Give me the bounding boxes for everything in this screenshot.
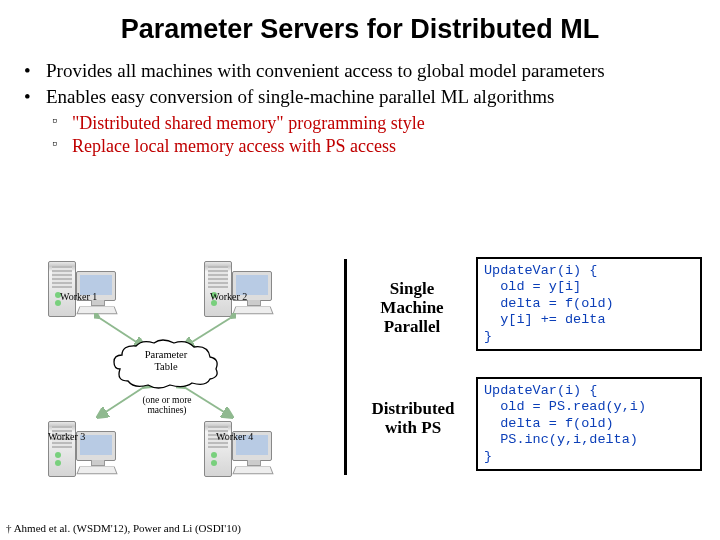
single-machine-label: Single Machine Parallel	[364, 279, 460, 336]
footnote: † Ahmed et al. (WSDM'12), Power and Li (…	[6, 522, 241, 534]
code-distributed: UpdateVar(i) { old = PS.read(y,i) delta …	[476, 377, 702, 471]
bullet-list: Provides all machines with convenient ac…	[0, 55, 720, 164]
worker-3-label: Worker 3	[48, 431, 85, 442]
code-single-machine: UpdateVar(i) { old = y[i] delta = f(old)…	[476, 257, 702, 351]
worker-2-label: Worker 2	[210, 291, 247, 302]
subbullet-2: Replace local memory access with PS acce…	[72, 135, 690, 158]
subbullet-1: "Distributed shared memory" programming …	[72, 112, 690, 135]
vertical-divider	[344, 259, 347, 475]
slide-title: Parameter Servers for Distributed ML	[0, 0, 720, 55]
distributed-ps-label: Distributed with PS	[356, 399, 470, 437]
parameter-table-cloud-icon: Parameter Table	[110, 339, 222, 389]
cloud-label-2: Table	[154, 361, 177, 372]
bullet-1: Provides all machines with convenient ac…	[46, 59, 690, 83]
cloud-label-1: Parameter	[145, 349, 188, 360]
architecture-diagram: Worker 1 Worker 2 Worker 3 Worker 4 Para…	[20, 255, 340, 505]
cloud-caption: (one or more machines)	[122, 395, 212, 415]
bullet-2: Enables easy conversion of single-machin…	[46, 85, 690, 109]
worker-4-label: Worker 4	[216, 431, 253, 442]
worker-1-label: Worker 1	[60, 291, 97, 302]
